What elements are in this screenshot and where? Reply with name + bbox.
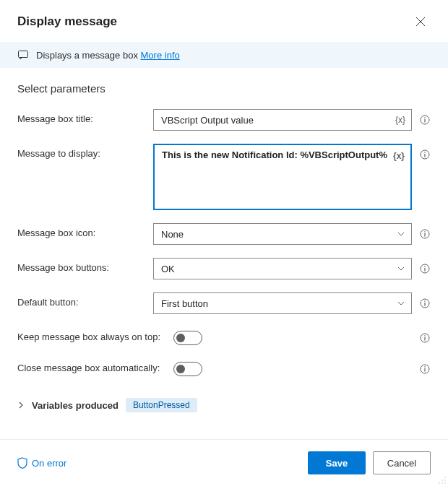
svg-rect-6 bbox=[424, 154, 425, 157]
svg-rect-18 bbox=[424, 337, 425, 341]
more-info-link[interactable]: More info bbox=[141, 50, 180, 61]
on-error-link[interactable]: On error bbox=[17, 457, 66, 469]
footer-buttons: Save Cancel bbox=[308, 451, 431, 474]
cancel-button[interactable]: Cancel bbox=[373, 451, 431, 474]
svg-rect-9 bbox=[424, 233, 425, 237]
label-buttons: Message box buttons: bbox=[17, 258, 153, 273]
svg-point-17 bbox=[424, 335, 426, 337]
label-default: Default button: bbox=[17, 292, 153, 308]
info-icon[interactable] bbox=[419, 332, 431, 344]
svg-rect-3 bbox=[424, 119, 425, 123]
svg-rect-21 bbox=[424, 368, 425, 372]
select-default[interactable]: First button bbox=[153, 292, 412, 314]
display-message-dialog: Display message Displays a message box M… bbox=[0, 0, 448, 486]
info-icon[interactable] bbox=[419, 228, 431, 240]
info-icon[interactable] bbox=[419, 298, 431, 309]
resize-grip[interactable] bbox=[438, 476, 447, 485]
shield-icon bbox=[17, 457, 27, 469]
variables-produced-section: Variables produced ButtonPressed bbox=[17, 398, 431, 412]
chevron-down-icon bbox=[397, 264, 405, 273]
info-icon[interactable] bbox=[419, 363, 431, 375]
svg-rect-15 bbox=[424, 303, 425, 306]
on-error-text: On error bbox=[32, 458, 66, 469]
svg-point-26 bbox=[441, 482, 443, 484]
toggle-knob bbox=[176, 334, 185, 342]
close-button[interactable] bbox=[410, 12, 431, 32]
chevron-down-icon bbox=[397, 299, 405, 308]
info-banner: Displays a message box More info bbox=[0, 42, 448, 68]
dialog-content: Select parameters Message box title: VBS… bbox=[0, 68, 448, 439]
svg-point-22 bbox=[444, 477, 446, 478]
input-message-value: This is the new Notification Id: %VBScri… bbox=[162, 149, 387, 160]
svg-point-2 bbox=[424, 117, 426, 118]
select-icon[interactable]: None bbox=[153, 223, 412, 245]
toggle-ontop[interactable] bbox=[173, 331, 202, 345]
variables-produced-label[interactable]: Variables produced bbox=[32, 400, 119, 411]
variable-picker-icon[interactable]: {x} bbox=[395, 115, 405, 125]
svg-point-24 bbox=[444, 480, 446, 481]
svg-point-14 bbox=[424, 300, 426, 302]
row-buttons: Message box buttons: OK bbox=[17, 258, 431, 279]
row-message: Message to display: This is the new Noti… bbox=[17, 144, 431, 210]
banner-text: Displays a message box bbox=[36, 50, 138, 61]
row-default: Default button: First button bbox=[17, 292, 431, 314]
svg-point-11 bbox=[424, 266, 426, 267]
svg-point-27 bbox=[444, 482, 446, 484]
select-default-value: First button bbox=[161, 298, 208, 309]
svg-rect-12 bbox=[424, 268, 425, 272]
info-icon[interactable] bbox=[419, 114, 431, 126]
row-title: Message box title: VBScript Output value… bbox=[17, 109, 431, 131]
svg-point-5 bbox=[424, 152, 426, 153]
info-icon[interactable] bbox=[419, 263, 431, 274]
row-icon: Message box icon: None bbox=[17, 223, 431, 245]
close-icon bbox=[415, 17, 426, 27]
svg-rect-0 bbox=[19, 51, 28, 58]
section-title: Select parameters bbox=[17, 82, 431, 95]
disclosure-toggle[interactable] bbox=[17, 402, 25, 409]
toggle-knob bbox=[176, 365, 185, 373]
label-title: Message box title: bbox=[17, 109, 153, 124]
svg-point-23 bbox=[441, 480, 443, 481]
input-title-value: VBScript Output value bbox=[161, 115, 254, 126]
select-buttons-value: OK bbox=[161, 264, 175, 274]
message-icon bbox=[17, 49, 29, 61]
chevron-down-icon bbox=[397, 230, 405, 238]
variable-chip[interactable]: ButtonPressed bbox=[126, 398, 197, 412]
row-autoclose: Close message box automatically: bbox=[17, 358, 431, 376]
label-ontop: Keep message box always on top: bbox=[17, 327, 173, 342]
select-icon-value: None bbox=[161, 229, 184, 240]
input-title[interactable]: VBScript Output value {x} bbox=[153, 109, 412, 131]
dialog-title: Display message bbox=[17, 14, 117, 29]
variable-picker-icon[interactable]: {x} bbox=[393, 151, 405, 161]
svg-point-8 bbox=[424, 231, 426, 233]
input-message[interactable]: This is the new Notification Id: %VBScri… bbox=[153, 144, 412, 210]
dialog-header: Display message bbox=[0, 0, 448, 42]
toggle-autoclose[interactable] bbox=[173, 362, 202, 376]
label-icon: Message box icon: bbox=[17, 223, 153, 238]
save-button[interactable]: Save bbox=[308, 451, 366, 474]
label-message: Message to display: bbox=[17, 144, 153, 159]
chevron-right-icon bbox=[17, 402, 25, 409]
svg-point-25 bbox=[439, 482, 440, 484]
svg-point-20 bbox=[424, 366, 426, 368]
dialog-footer: On error Save Cancel bbox=[0, 439, 448, 486]
info-icon[interactable] bbox=[419, 149, 431, 160]
label-autoclose: Close message box automatically: bbox=[17, 358, 173, 373]
row-ontop: Keep message box always on top: bbox=[17, 327, 431, 345]
select-buttons[interactable]: OK bbox=[153, 258, 412, 279]
